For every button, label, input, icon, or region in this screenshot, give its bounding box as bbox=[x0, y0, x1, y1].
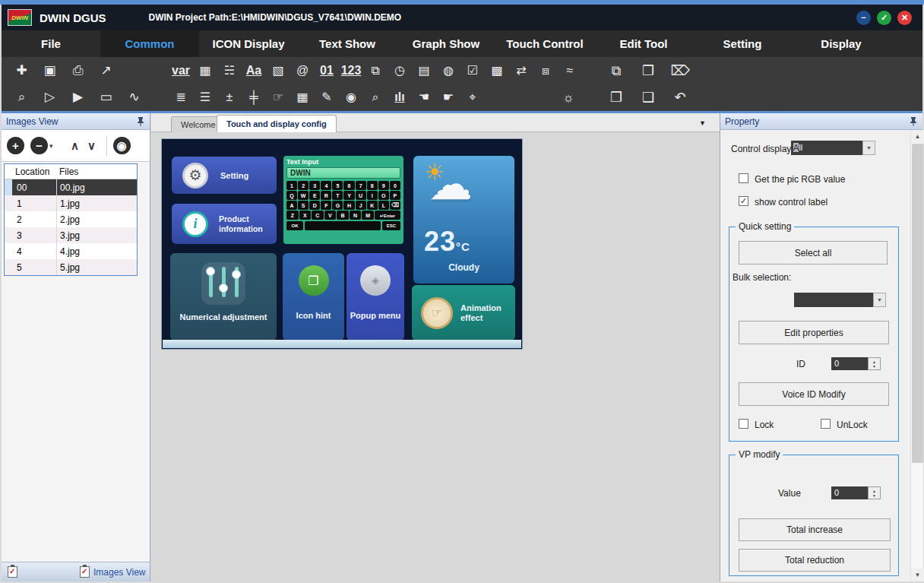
property-scrollbar[interactable]: ▲ ▼ bbox=[910, 130, 923, 581]
image-animation-icon[interactable]: ⇄ bbox=[509, 65, 533, 77]
image-row-1[interactable]: 11.jpg bbox=[5, 195, 137, 211]
move-down-button[interactable]: ∨ bbox=[84, 139, 100, 153]
realtime-curve-icon[interactable]: ≈ bbox=[558, 65, 582, 77]
id-spinner-buttons[interactable]: ▲▼ bbox=[868, 357, 881, 370]
menu-setting[interactable]: Setting bbox=[693, 30, 792, 57]
handwriting-icon[interactable]: ✎ bbox=[315, 91, 339, 103]
paste-icon[interactable]: ❐ bbox=[632, 64, 664, 78]
table-display-icon[interactable]: ▦ bbox=[290, 91, 315, 103]
menu-icon-display[interactable]: ICON Display bbox=[199, 30, 298, 57]
tab-list-dropdown-icon[interactable]: ▼ bbox=[699, 119, 706, 127]
menu-touch-control[interactable]: Touch Control bbox=[495, 30, 594, 57]
paste-page-icon[interactable]: ❑ bbox=[632, 90, 664, 104]
screen-preview-icon[interactable]: ▭ bbox=[92, 90, 120, 103]
quick-setting-title: Quick setting bbox=[736, 221, 794, 232]
tab-touch-display-config[interactable]: Touch and display config bbox=[217, 115, 337, 132]
export-icon[interactable]: ↗ bbox=[92, 64, 120, 77]
doc-search-icon[interactable]: ⌕ bbox=[8, 90, 36, 103]
scroll-down-icon[interactable]: ▼ bbox=[911, 569, 924, 581]
calendar-icon[interactable]: ▤ bbox=[412, 65, 436, 77]
shapes-icon[interactable]: ◍ bbox=[436, 65, 460, 77]
maximize-button[interactable]: ✓ bbox=[877, 11, 891, 25]
video-play-icon[interactable]: ▶ bbox=[64, 90, 92, 103]
text-display-icon[interactable]: Aa bbox=[242, 65, 266, 77]
image-row-00[interactable]: 0000.jpg bbox=[5, 179, 137, 195]
move-up-button[interactable]: ∧ bbox=[67, 139, 84, 153]
mouse-sim-icon[interactable]: ⌖ bbox=[460, 91, 485, 103]
voice-id-modify-button[interactable]: Voice ID Modify bbox=[739, 382, 889, 406]
menu-common[interactable]: Common bbox=[100, 30, 199, 57]
panel-tab-other[interactable] bbox=[8, 566, 17, 578]
hmi-preview-image[interactable]: ⚙ Setting i Product information Text Inp… bbox=[162, 139, 522, 349]
get-rgb-checkbox[interactable] bbox=[739, 173, 748, 183]
scrollbar-thumb[interactable] bbox=[912, 144, 923, 463]
numeric-display-icon[interactable]: 123 bbox=[339, 65, 363, 77]
scroll-up-icon[interactable]: ▲ bbox=[911, 130, 924, 143]
bulk-selection-dropdown-icon[interactable]: ▼ bbox=[873, 293, 886, 307]
image-row-5[interactable]: 55.jpg bbox=[5, 259, 137, 275]
text-frame-icon[interactable]: ⧉ bbox=[363, 65, 388, 77]
menu-text-show[interactable]: Text Show bbox=[298, 30, 397, 57]
curve-icon[interactable]: ∿ bbox=[120, 90, 148, 103]
remove-image-button[interactable]: − bbox=[30, 137, 48, 154]
menu-display[interactable]: Display bbox=[792, 30, 891, 57]
touch-config-icon[interactable]: ☑ bbox=[460, 65, 485, 77]
total-increase-button[interactable]: Total increase bbox=[739, 518, 891, 541]
slider-adjust-icon[interactable]: ╪ bbox=[242, 91, 266, 103]
incremental-adjust-icon[interactable]: ± bbox=[217, 91, 242, 103]
drag-adjust-icon[interactable]: ☚ bbox=[412, 91, 436, 103]
pin-icon[interactable] bbox=[909, 116, 918, 127]
play-icon[interactable]: ▷ bbox=[36, 90, 64, 103]
preview-eye-button[interactable]: ◉ bbox=[113, 137, 131, 154]
image-display-icon[interactable]: ▧ bbox=[266, 65, 290, 77]
disk-search-icon[interactable]: ⌕ bbox=[363, 91, 388, 103]
sliders-icon[interactable]: ☵ bbox=[217, 65, 242, 77]
variable-icon[interactable]: var bbox=[169, 65, 193, 77]
remove-dropdown-icon[interactable]: ▾ bbox=[49, 142, 53, 150]
delete-icon[interactable]: ⌦ bbox=[664, 64, 696, 78]
brightness-icon[interactable]: ☼ bbox=[556, 90, 581, 106]
add-image-button[interactable]: + bbox=[7, 137, 24, 154]
roll-text-icon[interactable]: ⧈ bbox=[533, 65, 558, 77]
show-label-checkbox[interactable]: ✓ bbox=[739, 196, 748, 206]
pin-icon[interactable] bbox=[136, 116, 145, 127]
menu-file[interactable]: File bbox=[2, 30, 100, 57]
new-file-icon[interactable]: ✚ bbox=[8, 64, 36, 77]
minimize-button[interactable]: − bbox=[856, 11, 871, 25]
undo-icon[interactable]: ↶ bbox=[664, 90, 696, 104]
text-input-icon[interactable]: ◉ bbox=[339, 91, 363, 103]
image-row-3[interactable]: 33.jpg bbox=[5, 227, 137, 243]
video-clip-icon[interactable]: ▦ bbox=[193, 65, 217, 77]
print-icon[interactable]: ⎙ bbox=[64, 64, 92, 77]
copy-icon[interactable]: ⧉ bbox=[600, 64, 632, 78]
clock-icon[interactable]: ◷ bbox=[388, 65, 412, 77]
audio-icon[interactable]: ılı bbox=[388, 91, 412, 103]
doc-edit-icon[interactable]: ≣ bbox=[169, 91, 193, 103]
list-icon[interactable]: ☰ bbox=[193, 91, 217, 103]
control-display-combobox[interactable]: All bbox=[791, 141, 862, 155]
gesture-icon[interactable]: ☛ bbox=[436, 91, 460, 103]
value-spinner-buttons[interactable]: ▲▼ bbox=[868, 486, 881, 499]
qr-code-icon[interactable]: ▩ bbox=[485, 65, 509, 77]
value-spinner[interactable]: 0 bbox=[831, 486, 868, 499]
edit-properties-button[interactable]: Edit properties bbox=[739, 321, 889, 344]
image-row-4[interactable]: 44.jpg bbox=[5, 243, 137, 259]
close-button[interactable]: ✕ bbox=[897, 11, 912, 25]
icon-rotation-icon[interactable]: @ bbox=[290, 65, 315, 77]
select-all-button[interactable]: Select all bbox=[739, 241, 888, 265]
menu-graph-show[interactable]: Graph Show bbox=[397, 30, 495, 57]
vp-modify-group: VP modify Value 0 ▲▼ Total increase Tota… bbox=[729, 455, 899, 576]
bulk-selection-combobox[interactable] bbox=[794, 293, 873, 307]
save-icon[interactable]: ▣ bbox=[36, 64, 64, 77]
menu-edit-tool[interactable]: Edit Tool bbox=[594, 30, 693, 57]
bit-variable-icon[interactable]: 01 bbox=[315, 65, 339, 77]
id-spinner-value[interactable]: 0 bbox=[831, 357, 868, 370]
touch-action-icon[interactable]: ☞ bbox=[266, 91, 290, 103]
unlock-checkbox[interactable] bbox=[821, 419, 831, 429]
lock-checkbox[interactable] bbox=[739, 419, 748, 429]
image-row-2[interactable]: 22.jpg bbox=[5, 211, 137, 227]
copy-page-icon[interactable]: ❐ bbox=[600, 90, 632, 104]
total-reduction-button[interactable]: Total reduction bbox=[739, 549, 891, 572]
panel-tab-images-view[interactable]: Images View bbox=[80, 566, 145, 578]
control-display-dropdown-icon[interactable]: ▼ bbox=[862, 141, 875, 155]
